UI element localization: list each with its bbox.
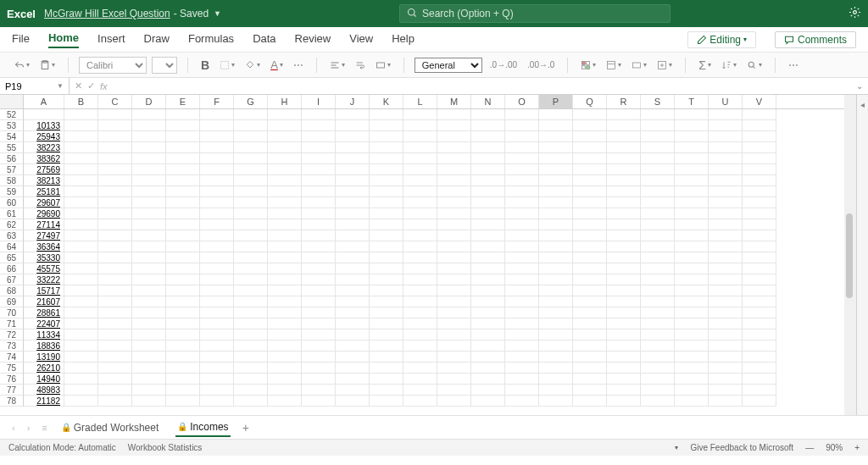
cell[interactable] (403, 329, 437, 340)
cell[interactable] (64, 186, 98, 197)
cell[interactable] (743, 329, 776, 340)
cell[interactable] (607, 296, 641, 307)
cell[interactable] (471, 208, 505, 219)
cell[interactable] (573, 385, 607, 396)
cell[interactable] (98, 318, 132, 329)
cell[interactable] (98, 164, 132, 175)
cell[interactable] (64, 363, 98, 374)
cell[interactable] (268, 340, 302, 352)
cell[interactable] (573, 329, 607, 340)
cell[interactable] (234, 374, 268, 385)
cell[interactable] (403, 318, 437, 329)
cell[interactable] (132, 175, 166, 186)
cell[interactable] (166, 352, 200, 363)
cell[interactable] (505, 385, 539, 396)
cell[interactable] (709, 340, 743, 352)
cell[interactable] (709, 296, 743, 307)
cell[interactable] (98, 120, 132, 131)
cell[interactable] (743, 263, 776, 274)
cell[interactable] (607, 142, 641, 153)
cell[interactable] (336, 164, 370, 175)
cell[interactable] (268, 363, 302, 374)
cell[interactable] (471, 352, 505, 363)
cell[interactable]: 15717 (24, 285, 64, 296)
cell[interactable] (234, 396, 268, 407)
cell[interactable] (607, 230, 641, 241)
cell[interactable] (234, 329, 268, 340)
cell[interactable] (675, 219, 709, 230)
cell[interactable] (302, 329, 336, 340)
cell[interactable] (370, 153, 403, 164)
cell[interactable] (336, 252, 370, 263)
cell[interactable] (166, 307, 200, 318)
col-header-O[interactable]: O (505, 95, 539, 108)
cell[interactable] (302, 263, 336, 274)
col-header-D[interactable]: D (132, 95, 166, 108)
cell[interactable] (471, 109, 505, 120)
cell[interactable] (505, 175, 539, 186)
cell[interactable] (709, 352, 743, 363)
cell[interactable] (132, 208, 166, 219)
cell[interactable] (370, 296, 403, 307)
cell[interactable] (370, 274, 403, 285)
fx-icon[interactable]: fx (100, 81, 108, 91)
cell[interactable] (573, 352, 607, 363)
cell[interactable] (166, 296, 200, 307)
cell[interactable] (437, 274, 471, 285)
cell[interactable] (505, 230, 539, 241)
cell[interactable] (64, 230, 98, 241)
cell[interactable] (539, 263, 573, 274)
cell[interactable] (471, 164, 505, 175)
spreadsheet-grid[interactable]: ABCDEFGHIJKLMNOPQRSTUV 52531013354259435… (0, 95, 844, 415)
cell[interactable] (403, 363, 437, 374)
cell[interactable] (471, 363, 505, 374)
cell[interactable] (539, 175, 573, 186)
chevron-down-icon[interactable]: ▼ (214, 9, 221, 18)
cell[interactable] (336, 120, 370, 131)
cell[interactable] (471, 197, 505, 208)
cell[interactable] (573, 208, 607, 219)
row-header[interactable]: 74 (0, 352, 24, 363)
row-header[interactable]: 75 (0, 363, 24, 374)
cell[interactable] (743, 208, 776, 219)
cell[interactable] (505, 374, 539, 385)
row-header[interactable]: 64 (0, 241, 24, 252)
cell[interactable] (200, 153, 234, 164)
col-header-S[interactable]: S (641, 95, 675, 108)
row-header[interactable]: 61 (0, 208, 24, 219)
cell[interactable] (166, 241, 200, 252)
cell[interactable] (675, 285, 709, 296)
cell[interactable] (471, 186, 505, 197)
cell[interactable] (403, 153, 437, 164)
cell[interactable] (336, 175, 370, 186)
cell[interactable] (234, 120, 268, 131)
cell[interactable] (200, 329, 234, 340)
cell[interactable]: 33222 (24, 274, 64, 285)
cell[interactable] (607, 208, 641, 219)
cell[interactable] (302, 307, 336, 318)
cell[interactable] (641, 175, 675, 186)
cell[interactable] (132, 219, 166, 230)
align-button[interactable]: ▾ (327, 58, 348, 72)
cell[interactable] (200, 109, 234, 120)
cell[interactable] (166, 230, 200, 241)
cell[interactable] (607, 241, 641, 252)
cell[interactable] (675, 274, 709, 285)
cell[interactable] (336, 208, 370, 219)
cell[interactable] (471, 318, 505, 329)
tab-draw[interactable]: Draw (144, 32, 170, 47)
cell[interactable] (64, 318, 98, 329)
cell[interactable] (437, 175, 471, 186)
col-header-P[interactable]: P (539, 95, 573, 108)
cell[interactable] (132, 285, 166, 296)
cell[interactable] (607, 175, 641, 186)
cell[interactable] (166, 318, 200, 329)
cell[interactable] (370, 208, 403, 219)
cell[interactable] (370, 197, 403, 208)
cell[interactable] (98, 396, 132, 407)
cell[interactable] (98, 285, 132, 296)
cell[interactable] (166, 219, 200, 230)
cell[interactable] (98, 263, 132, 274)
cell[interactable]: 28861 (24, 307, 64, 318)
cell[interactable] (607, 329, 641, 340)
